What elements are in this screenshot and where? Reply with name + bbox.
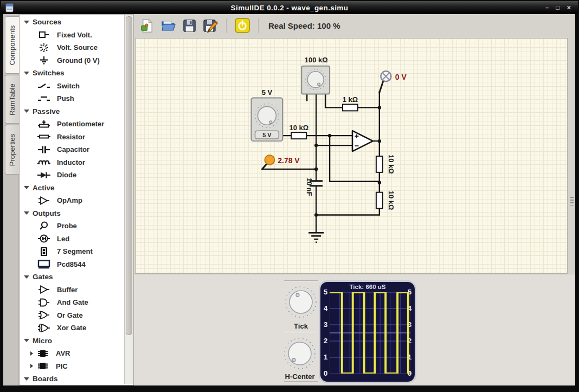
tree-item-pic[interactable]: PIC xyxy=(20,360,133,373)
tab-ramtable-label: RamTable xyxy=(8,83,16,115)
tree-item-7segment[interactable]: 7 Segment xyxy=(20,245,133,258)
tab-ramtable[interactable]: RamTable xyxy=(5,75,19,124)
tree-category-outputs[interactable]: Outputs xyxy=(20,207,133,220)
panel-divider xyxy=(284,381,318,382)
dock-splitter[interactable] xyxy=(569,37,575,274)
voltage-source-component[interactable]: 5 V 5 V xyxy=(251,88,282,142)
tree-scrollbar[interactable] xyxy=(124,15,133,384)
probe-output-value: 0 V xyxy=(395,73,407,81)
resistor-1k-output[interactable]: 1 kΩ xyxy=(343,95,358,111)
tree-item-diode[interactable]: Diode xyxy=(20,169,133,182)
volt-source-icon xyxy=(36,43,52,53)
scope-plot xyxy=(330,292,410,374)
junction-dots xyxy=(314,106,381,216)
tree-item-potentiometer[interactable]: Potentiometer xyxy=(20,118,133,131)
open-file-button[interactable] xyxy=(160,17,176,34)
tree-item-resistor[interactable]: Resistor xyxy=(20,131,133,144)
probe-output[interactable]: 0 V xyxy=(381,71,407,81)
expander-right-icon[interactable] xyxy=(30,364,33,368)
new-circuit-button[interactable] xyxy=(139,17,155,34)
resistor-icon xyxy=(36,132,52,142)
tree-item-fixed-volt[interactable]: Fixed Volt. xyxy=(20,29,133,42)
scope-ylabel: 2 xyxy=(321,337,330,345)
caret-down-icon xyxy=(24,275,29,279)
tree-item-switch[interactable]: Switch xyxy=(20,80,133,93)
app-window: SimulIDE 0.0.2 - wave_gen.simu – □ ✕ Com… xyxy=(0,0,579,392)
chip-icon xyxy=(35,361,51,371)
capacitor-component[interactable]: 10 nF xyxy=(305,178,323,196)
save-as-icon xyxy=(203,18,218,33)
potentiometer-component[interactable]: 100 kΩ xyxy=(301,56,330,94)
tab-properties[interactable]: Properties xyxy=(5,125,19,175)
toolbar-separator xyxy=(258,18,259,33)
tree-item-and-gate[interactable]: And Gate xyxy=(20,296,133,309)
maximize-button[interactable]: □ xyxy=(556,4,559,11)
title-bar[interactable]: SimulIDE 0.0.2 - wave_gen.simu – □ ✕ xyxy=(1,1,578,14)
caret-down-icon xyxy=(24,186,29,189)
resistor-1k-label: 1 kΩ xyxy=(343,95,358,104)
save-as-button[interactable] xyxy=(202,17,218,34)
resistor-10k-feedback-top[interactable]: 10 kΩ xyxy=(376,155,395,174)
tree-category-switches[interactable]: Switches xyxy=(20,67,133,80)
h-center-knob[interactable] xyxy=(282,336,317,371)
app-body: Components RamTable Properties Sources F… xyxy=(3,14,575,385)
potentiometer-label: 100 kΩ xyxy=(305,56,328,64)
close-button[interactable]: ✕ xyxy=(567,4,571,11)
probe-capacitor[interactable]: 2.78 V xyxy=(265,155,300,165)
tree-item-push[interactable]: Push xyxy=(20,92,133,105)
opamp-component[interactable] xyxy=(352,131,373,151)
open-file-icon xyxy=(160,18,176,33)
inductor-icon xyxy=(36,157,52,167)
tree-item-inductor[interactable]: Inductor xyxy=(20,156,133,169)
toolbar: Real Speed: 100 % xyxy=(134,14,575,37)
scope-ylabel: 0 xyxy=(321,369,330,377)
oscilloscope-panel: Tick H-Center Tick: 660 uS 543210 543210 xyxy=(134,274,575,385)
scope-title: Tick: 660 uS xyxy=(320,284,415,290)
tree-category-gates[interactable]: Gates xyxy=(20,271,133,284)
power-button[interactable] xyxy=(234,17,250,34)
tick-knob[interactable] xyxy=(284,285,318,319)
tree-item-pcd8544[interactable]: Pcd8544 xyxy=(20,258,133,271)
tree-category-passive[interactable]: Passive xyxy=(20,105,133,118)
save-icon xyxy=(182,18,197,33)
resistor-10k-input[interactable]: 10 kΩ xyxy=(289,124,308,139)
caret-down-icon xyxy=(24,110,29,113)
tree-item-or-gate[interactable]: Or Gate xyxy=(20,309,133,322)
caret-down-icon xyxy=(24,377,29,381)
scope-ylabel: 5 xyxy=(321,288,330,296)
switch-icon xyxy=(36,81,52,91)
tree-item-probe[interactable]: Probe xyxy=(20,220,133,233)
tree-item-opamp[interactable]: OpAmp xyxy=(20,194,133,207)
expander-right-icon[interactable] xyxy=(30,351,33,356)
tree-category-active[interactable]: Active xyxy=(20,182,133,195)
scope-ylabels-left: 543210 xyxy=(321,282,330,382)
resistor-10k-feedback-bottom[interactable]: 10 kΩ xyxy=(376,191,395,210)
tree-item-xor-gate[interactable]: Xor Gate xyxy=(20,322,133,335)
h-center-knob-label: H-Center xyxy=(275,372,324,381)
tree-item-capacitor[interactable]: Capacitor xyxy=(20,143,133,156)
tree-category-boards[interactable]: Boards xyxy=(20,372,133,385)
tree-item-ground[interactable]: Ground (0 V) xyxy=(20,54,133,67)
tree-category-micro[interactable]: Micro xyxy=(20,335,133,348)
or-gate-icon xyxy=(36,310,52,320)
resistor-10k-fb-top-label: 10 kΩ xyxy=(387,155,395,174)
panel-divider xyxy=(284,280,318,281)
buffer-icon xyxy=(36,285,52,294)
canvas-area: 100 kΩ 5 V 5 V xyxy=(134,37,575,274)
tree-scrollbar-thumb[interactable] xyxy=(126,16,132,335)
minimize-button[interactable]: – xyxy=(545,4,549,11)
circuit-canvas[interactable]: 100 kΩ 5 V 5 V xyxy=(135,38,568,274)
tab-components[interactable]: Components xyxy=(5,16,20,74)
components-tree: Sources Fixed Volt. Volt. Source Ground … xyxy=(19,14,134,385)
tree-item-volt-source[interactable]: Volt. Source xyxy=(20,41,133,54)
tree-item-avr[interactable]: AVR xyxy=(20,347,133,360)
tree-item-board-partial[interactable] xyxy=(20,385,133,386)
oscilloscope-display[interactable]: Tick: 660 uS 543210 543210 xyxy=(319,280,416,383)
ground-symbol[interactable] xyxy=(308,233,324,242)
tree-item-led[interactable]: Led xyxy=(20,233,133,246)
save-button[interactable] xyxy=(181,17,197,34)
tree-item-buffer[interactable]: Buffer xyxy=(20,284,133,297)
tick-knob-label: Tick xyxy=(276,322,325,330)
tree-category-sources[interactable]: Sources xyxy=(20,16,133,29)
fixed-volt-icon xyxy=(36,30,52,40)
